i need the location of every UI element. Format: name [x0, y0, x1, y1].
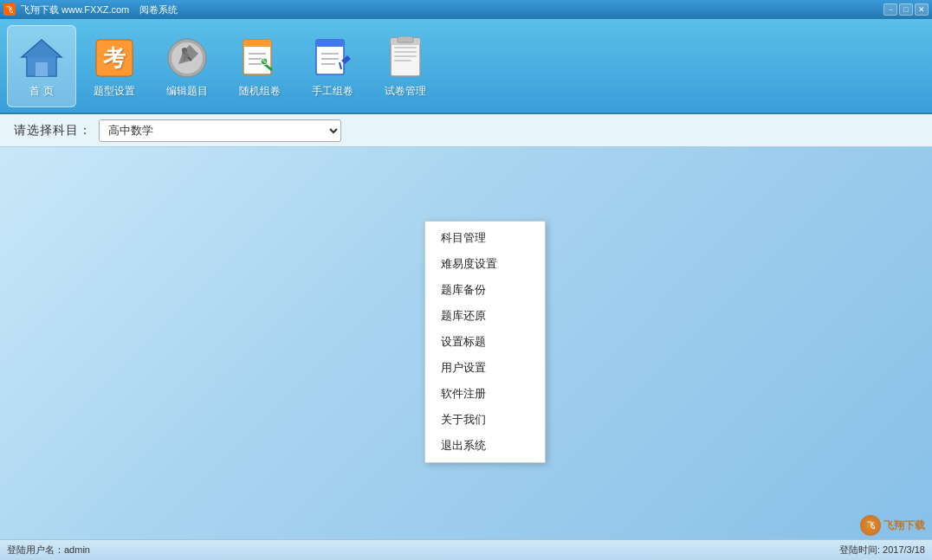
minimize-button[interactable]: －: [883, 3, 897, 16]
menu-item-user-settings[interactable]: 用户设置: [425, 355, 545, 381]
menu-item-restore[interactable]: 题库还原: [425, 303, 545, 329]
svg-text:✎: ✎: [262, 58, 268, 66]
title-bar-left: 飞 飞翔下载 www.FXXZ.com 阅卷系统: [3, 3, 178, 16]
toolbar-item-home[interactable]: 首 页: [7, 25, 76, 107]
title-bar: 飞 飞翔下载 www.FXXZ.com 阅卷系统 － □ ✕: [0, 0, 932, 19]
title-bar-title: 阅卷系统: [139, 3, 178, 16]
menu-item-backup[interactable]: 题库备份: [425, 277, 545, 303]
svg-rect-25: [394, 55, 417, 57]
svg-rect-2: [27, 57, 56, 76]
toolbar-item-manual-compose[interactable]: 手工组卷: [298, 25, 367, 107]
subject-select[interactable]: 高中数学 高中语文 高中英语 高中物理 高中化学: [99, 119, 341, 142]
svg-rect-28: [398, 36, 413, 42]
svg-rect-24: [394, 51, 417, 53]
home-icon: [19, 35, 64, 80]
svg-text:考: 考: [103, 46, 126, 71]
toolbar-item-edit-question[interactable]: 编辑题目: [152, 25, 222, 107]
menu-item-set-title[interactable]: 设置标题: [425, 329, 545, 355]
menu-item-difficulty[interactable]: 难易度设置: [425, 251, 545, 277]
watermark: 飞 飞翔下载: [860, 515, 925, 536]
window-controls: － □ ✕: [883, 3, 929, 16]
app-icon: 飞: [3, 3, 16, 16]
context-menu: 科目管理 难易度设置 题库备份 题库还原 设置标题 用户设置 软件注册 关于我们…: [424, 221, 546, 463]
watermark-icon: 飞: [860, 515, 881, 536]
menu-item-about[interactable]: 关于我们: [425, 407, 545, 433]
close-button[interactable]: ✕: [915, 3, 929, 16]
status-bar: 登陆用户名：admin 登陆时间: 2017/3/18: [0, 539, 932, 560]
toolbar-item-random-compose[interactable]: ✎ 随机组卷: [225, 25, 294, 107]
status-user: 登陆用户名：admin: [7, 544, 90, 557]
edit-question-label: 编辑题目: [166, 84, 208, 99]
toolbar-item-exam-manage[interactable]: 试卷管理: [371, 25, 440, 107]
manual-compose-icon: [310, 35, 355, 80]
menu-item-exit[interactable]: 退出系统: [425, 433, 545, 459]
question-type-label: 题型设置: [94, 84, 135, 99]
svg-rect-9: [243, 40, 271, 47]
random-compose-label: 随机组卷: [239, 84, 281, 99]
random-compose-icon: ✎: [237, 35, 282, 80]
manual-compose-label: 手工组卷: [312, 84, 353, 99]
main-content: 科目管理 难易度设置 题库备份 题库还原 设置标题 用户设置 软件注册 关于我们…: [0, 147, 932, 539]
toolbar: 首 页 考 题型设置 编辑题目: [0, 19, 932, 114]
toolbar-item-question-type[interactable]: 考 题型设置: [80, 25, 149, 107]
watermark-text: 飞翔下载: [883, 518, 925, 533]
exam-manage-label: 试卷管理: [385, 84, 426, 99]
title-bar-website: 飞翔下载 www.FXXZ.com: [21, 3, 129, 16]
exam-manage-icon: [383, 35, 428, 80]
subject-label: 请选择科目：: [14, 123, 92, 138]
menu-item-register[interactable]: 软件注册: [425, 381, 545, 407]
svg-rect-26: [394, 60, 411, 61]
maximize-button[interactable]: □: [899, 3, 913, 16]
question-type-icon: 考: [92, 35, 137, 80]
menu-item-subject-manage[interactable]: 科目管理: [425, 225, 545, 251]
svg-rect-16: [316, 40, 344, 47]
svg-rect-23: [394, 47, 417, 48]
home-label: 首 页: [29, 84, 53, 99]
edit-question-icon: [165, 35, 210, 80]
status-datetime: 登陆时间: 2017/3/18: [839, 544, 925, 557]
subject-bar: 请选择科目： 高中数学 高中语文 高中英语 高中物理 高中化学: [0, 114, 932, 147]
